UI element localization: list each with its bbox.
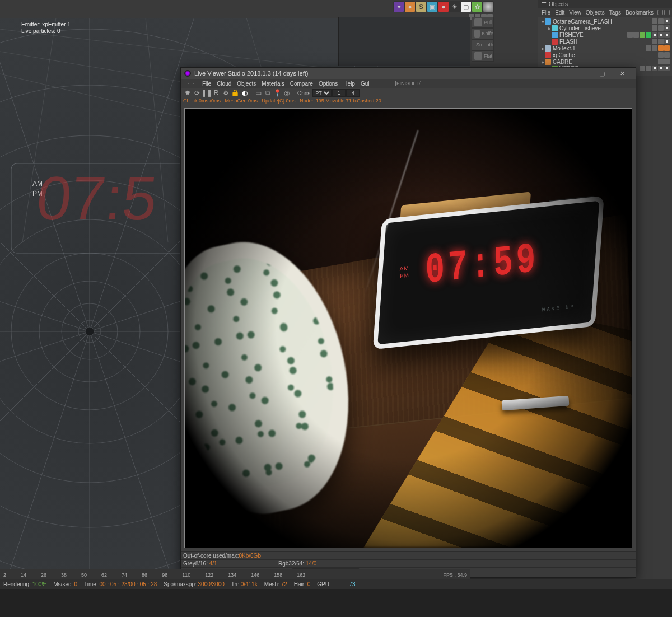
alarm-clock: AM PM 07:59 WAKE UP: [368, 183, 610, 358]
maximize-button[interactable]: ▢: [592, 68, 612, 79]
tree-row[interactable]: ▾OctaneCamera_FLASH: [538, 18, 672, 25]
sun-off-icon[interactable]: ☀: [449, 1, 460, 12]
num-b-input[interactable]: [346, 89, 360, 97]
clock-time: 07:59: [424, 235, 540, 295]
lvs-titlebar[interactable]: Live Viewer Studio 2018.1.3 (14 days lef…: [181, 68, 636, 79]
lvs-menu-help[interactable]: Help: [343, 81, 355, 87]
clapper-icon[interactable]: ▣: [427, 1, 438, 12]
host-top-icon-row: ✦ ● S ▣ ● ☀ ▢ ✿: [393, 1, 494, 12]
tool-knife[interactable]: Knife: [472, 28, 494, 39]
lvs-menu-options[interactable]: Options: [319, 81, 338, 87]
secondary-viewport[interactable]: [338, 17, 470, 66]
pin-icon[interactable]: 📍: [273, 88, 282, 97]
num-a-input[interactable]: [332, 89, 346, 97]
white-icon[interactable]: ▢: [460, 1, 472, 12]
circle-icon[interactable]: ●: [404, 1, 416, 12]
eye-icon[interactable]: [664, 10, 670, 15]
tree-row[interactable]: FISHEYE: [538, 31, 672, 38]
search-icon[interactable]: [657, 10, 663, 15]
plugin-icon[interactable]: ✦: [393, 1, 404, 12]
chns-label: Chns: [297, 90, 310, 96]
lvs-perfline: Check:0ms./0ms. MeshGen:0ms. Update[C]:0…: [181, 98, 636, 105]
lvs-canvas-wrap: AM PM 07:59 WAKE UP: [181, 105, 636, 551]
svg-point-18: [85, 327, 94, 336]
gear-icon[interactable]: ✹: [183, 88, 192, 97]
close-button[interactable]: ✕: [612, 68, 632, 79]
minimize-button[interactable]: —: [572, 68, 592, 79]
lvs-menu-file[interactable]: File: [202, 81, 211, 87]
focus-icon[interactable]: ◎: [282, 88, 291, 97]
emitter-label: Emitter: xpEmitter 1: [21, 21, 71, 27]
settings-icon[interactable]: ⚙: [221, 88, 230, 97]
status-bar: Rendering: 100% Ms/sec: 0 Time: 00 : 05 …: [0, 579, 672, 589]
objects-panel-menu: File Edit View Objects Tags Bookmarks: [538, 8, 672, 17]
lvs-toolbar: ✹ ⟳ ❚❚ R ⚙ ◐ ▭ ⧉ 📍 ◎ Chns PT: [181, 88, 636, 98]
lvs-menu-gui[interactable]: Gui: [361, 81, 370, 87]
side-tool-column: Pull Knife Smooth Flat: [472, 17, 494, 62]
menu-file[interactable]: File: [542, 10, 550, 16]
objects-panel-title: ☰ Objects: [538, 0, 672, 8]
record-icon[interactable]: ●: [438, 1, 449, 12]
menu-objects[interactable]: Objects: [586, 10, 605, 16]
pm-label: PM: [400, 272, 409, 280]
fps-label: FPS : 54.9: [443, 572, 467, 578]
tool-flat[interactable]: Flat: [472, 50, 494, 62]
menu-view[interactable]: View: [569, 10, 581, 16]
s-icon[interactable]: S: [416, 1, 427, 12]
particles-label: Live particles: 0: [21, 28, 71, 34]
lvs-menu-compare[interactable]: Compare: [290, 81, 313, 87]
attribute-panel: [0, 589, 672, 617]
lvs-menu: ⋮⋮ File Cloud Objects Materials Compare …: [181, 79, 636, 88]
refresh-icon[interactable]: ⟳: [193, 88, 202, 97]
window-title: Live Viewer Studio 2018.1.3 (14 days lef…: [194, 70, 308, 77]
sphere-icon[interactable]: [483, 1, 494, 12]
tree-row[interactable]: FLASH: [538, 38, 672, 45]
timeline-ruler[interactable]: 21426385062748698110122134146158162 FPS …: [0, 569, 470, 579]
tree-row[interactable]: ▸Cylinder_fisheye: [538, 25, 672, 31]
render-finished-status: [FINISHED]: [395, 81, 421, 86]
rendered-scene: AM PM 07:59 WAKE UP: [185, 109, 632, 548]
tool-smooth[interactable]: Smooth: [472, 39, 494, 50]
pause-icon[interactable]: ❚❚: [202, 88, 211, 97]
lvs-menu-objects[interactable]: Objects: [237, 81, 256, 87]
viewport-overlay: Emitter: xpEmitter 1 Live particles: 0: [21, 21, 71, 35]
menu-tags[interactable]: Tags: [609, 10, 621, 16]
lock-icon[interactable]: [231, 88, 240, 97]
objects-panel: ☰ Objects File Edit View Objects Tags Bo…: [538, 0, 672, 76]
crop-icon[interactable]: ⧉: [263, 88, 272, 97]
tree-row[interactable]: xpCache: [538, 52, 672, 58]
restart-icon[interactable]: R: [212, 88, 221, 97]
gear-icon[interactable]: ✿: [472, 1, 483, 12]
tree-row[interactable]: ▸MoText.1: [538, 45, 672, 52]
render-viewport[interactable]: AM PM 07:59 WAKE UP: [184, 108, 632, 548]
tool-pull[interactable]: Pull: [472, 17, 494, 28]
tree-row[interactable]: ▸CADRE: [538, 58, 672, 65]
svg-text:07:5: 07:5: [34, 163, 161, 232]
lvs-menu-cloud[interactable]: Cloud: [217, 81, 231, 87]
menu-edit[interactable]: Edit: [555, 10, 564, 16]
app-icon: [184, 70, 191, 77]
live-viewer-window: Live Viewer Studio 2018.1.3 (14 days lef…: [180, 67, 636, 578]
list-icon: ☰: [542, 1, 547, 7]
sphere-icon[interactable]: ◐: [240, 88, 249, 97]
lvs-menu-materials[interactable]: Materials: [262, 81, 284, 87]
region-icon[interactable]: ▭: [254, 88, 263, 97]
channels-select[interactable]: PT: [312, 89, 332, 97]
menu-bookmarks[interactable]: Bookmarks: [626, 10, 654, 16]
clock-brand: WAKE UP: [542, 303, 575, 312]
